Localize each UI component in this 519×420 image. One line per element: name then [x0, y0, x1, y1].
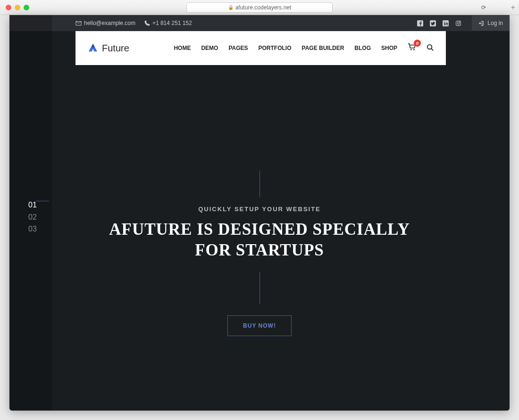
search-icon	[427, 44, 434, 51]
topbar-right: Log in	[417, 20, 501, 26]
logo-text: Future	[102, 43, 129, 54]
cart-button[interactable]: 0	[408, 43, 416, 53]
browser-chrome: 🔒 afuture.codelayers.net ⟳ +	[0, 0, 519, 15]
slide-02[interactable]: 02	[28, 211, 37, 223]
divider-line	[260, 171, 260, 197]
url-text: afuture.codelayers.net	[235, 4, 292, 11]
page-viewport: hello@example.com +1 814 251 152 Log in	[9, 15, 510, 411]
login-icon	[478, 20, 485, 26]
search-button[interactable]	[427, 44, 434, 52]
navbar: Future HOME DEMO PAGES PORTFOLIO PAGE BU…	[75, 31, 446, 65]
svg-point-8	[427, 45, 432, 49]
email-link[interactable]: hello@example.com	[75, 20, 135, 26]
logo[interactable]: Future	[88, 43, 129, 54]
url-bar[interactable]: 🔒 afuture.codelayers.net	[186, 2, 333, 13]
facebook-icon[interactable]	[417, 20, 423, 26]
cart-badge: 0	[414, 40, 421, 47]
lock-icon: 🔒	[228, 5, 234, 10]
nav-blog[interactable]: BLOG	[354, 45, 371, 51]
instagram-icon[interactable]	[455, 20, 461, 26]
phone-link[interactable]: +1 814 251 152	[144, 20, 192, 26]
svg-point-4	[458, 22, 460, 24]
nav-portfolio[interactable]: PORTFOLIO	[259, 45, 292, 51]
svg-point-7	[413, 49, 415, 50]
login-button[interactable]: Log in	[472, 16, 510, 31]
hero-content: QUICKLY SETUP YOUR WEBSITE AFUTURE IS DE…	[94, 171, 425, 336]
boat-silhouette	[427, 218, 428, 231]
phone-text: +1 814 251 152	[152, 20, 192, 26]
hero-subtitle: QUICKLY SETUP YOUR WEBSITE	[94, 206, 425, 213]
nav-page-builder[interactable]: PAGE BUILDER	[302, 45, 344, 51]
maximize-window-button[interactable]	[24, 5, 29, 10]
nav-pages[interactable]: PAGES	[228, 45, 248, 51]
logo-icon	[88, 43, 98, 53]
topbar-contact: hello@example.com +1 814 251 152	[75, 20, 192, 26]
hero-headline: AFUTURE IS DESIGNED SPECIALLY FOR STARTU…	[94, 219, 425, 261]
svg-point-6	[410, 49, 412, 50]
slide-counter: 01 02 03	[28, 199, 37, 235]
topbar: hello@example.com +1 814 251 152 Log in	[9, 15, 510, 31]
login-label: Log in	[487, 20, 503, 26]
linkedin-icon[interactable]	[443, 20, 449, 26]
divider-line	[260, 272, 260, 304]
nav-shop[interactable]: SHOP	[381, 45, 397, 51]
new-tab-button[interactable]: +	[511, 3, 515, 12]
twitter-icon[interactable]	[430, 20, 436, 26]
buy-now-button[interactable]: BUY NOW!	[227, 315, 292, 336]
slide-03[interactable]: 03	[28, 223, 37, 235]
phone-icon	[144, 20, 150, 26]
email-text: hello@example.com	[84, 20, 135, 26]
social-links	[417, 20, 461, 26]
nav-links: HOME DEMO PAGES PORTFOLIO PAGE BUILDER B…	[174, 43, 434, 53]
close-window-button[interactable]	[6, 5, 11, 10]
boat-silhouette	[458, 253, 459, 267]
minimize-window-button[interactable]	[15, 5, 20, 10]
window-controls	[6, 5, 29, 10]
envelope-icon	[75, 20, 82, 26]
reload-button[interactable]: ⟳	[481, 4, 486, 11]
svg-point-5	[460, 22, 460, 22]
nav-demo[interactable]: DEMO	[201, 45, 218, 51]
counter-indicator	[36, 201, 49, 201]
nav-home[interactable]: HOME	[174, 45, 191, 51]
